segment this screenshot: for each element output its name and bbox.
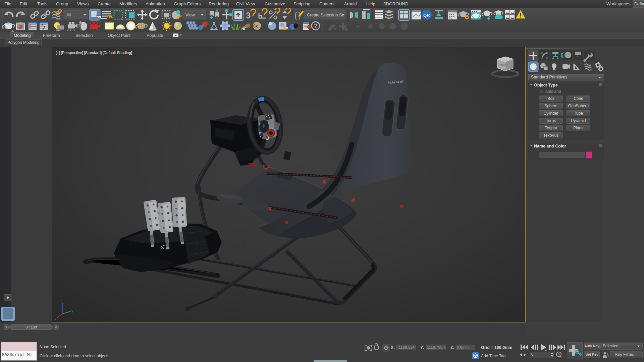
svg-text:x: x <box>55 317 56 321</box>
svg-text:0x: 0x <box>253 24 258 28</box>
svg-text:FRONT: FRONT <box>499 64 506 66</box>
svg-text:y: y <box>71 309 73 313</box>
svg-text:HF: HF <box>241 27 246 31</box>
svg-text:z: z <box>61 299 62 303</box>
svg-text:?: ? <box>314 23 317 29</box>
svg-text:G: G <box>160 246 163 249</box>
